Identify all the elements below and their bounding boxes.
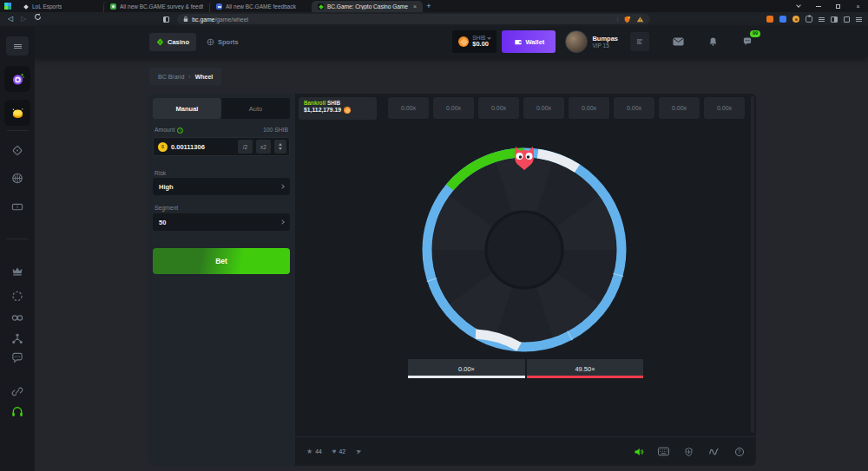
share-icon[interactable]: ➤ (355, 447, 363, 456)
recent-multiplier[interactable]: 0.00x (388, 97, 429, 119)
chat-icon (742, 36, 753, 47)
password-shield-icon[interactable] (623, 16, 631, 23)
new-tab-button[interactable]: + (423, 1, 435, 12)
half-bet-button[interactable]: /2 (238, 140, 253, 154)
tab-title: LoL Esports (32, 3, 62, 10)
wheel (420, 146, 628, 354)
sidebar-item-affiliate[interactable] (11, 332, 24, 345)
sidebar-item-sports[interactable] (11, 172, 24, 185)
heart-icon[interactable]: ♥ (332, 448, 337, 455)
minimize-button[interactable] (808, 0, 828, 12)
amount-input[interactable]: $ 0.00111306 /2 x2 (153, 137, 290, 156)
warning-triangle-icon[interactable] (636, 16, 644, 23)
step-down-icon[interactable] (279, 147, 282, 150)
sidebar-item-bonus[interactable] (4, 100, 30, 126)
scrollbar[interactable] (751, 96, 754, 433)
recent-multiplier[interactable]: 0.00x (659, 97, 700, 119)
rank-button[interactable] (630, 32, 649, 51)
back-button[interactable]: ◁ (8, 12, 13, 26)
bet-button[interactable]: Bet (153, 248, 290, 274)
notifications-button[interactable] (707, 36, 719, 48)
dice-icon (11, 144, 24, 157)
bell-icon (708, 36, 718, 47)
reading-list-icon[interactable] (819, 17, 825, 22)
recent-multiplier[interactable]: 0.00x (523, 97, 564, 119)
restore-button[interactable] (828, 0, 848, 12)
info-icon[interactable]: i (177, 128, 183, 134)
favorites-stat[interactable]: ★ 44 (306, 448, 322, 455)
sidebar-item-refer[interactable] (11, 385, 24, 398)
currency-selector[interactable]: SHIB $0.00 (452, 30, 496, 53)
amount-label: Amounti (155, 127, 183, 134)
nav-sports-button[interactable]: Sports (200, 33, 246, 51)
user-info[interactable]: Bumpas VIP 15 (592, 35, 618, 49)
tab-manual[interactable]: Manual (153, 98, 221, 119)
url-path: /game/wheel (214, 16, 248, 23)
browser-menu-icon[interactable] (856, 17, 862, 22)
sidebar-item-support[interactable] (11, 405, 24, 418)
extension-fox-icon[interactable] (766, 16, 773, 23)
double-bet-button[interactable]: x2 (256, 140, 271, 154)
sidebar-item-vip[interactable] (11, 265, 24, 278)
fairness-button[interactable] (683, 446, 694, 457)
dashed-circle-icon (11, 290, 24, 303)
recent-multiplier[interactable]: 0.00x (704, 97, 745, 119)
amount-value[interactable]: 0.00111306 (171, 143, 234, 151)
wallet-button[interactable]: Wallet (502, 30, 556, 53)
avatar[interactable] (565, 30, 588, 53)
recent-multiplier[interactable]: 0.00x (614, 97, 654, 119)
downloads-icon[interactable] (844, 16, 850, 23)
help-button[interactable]: ? (733, 446, 745, 457)
messages-button[interactable] (672, 36, 684, 48)
segment-select[interactable]: 50 (153, 213, 290, 231)
nav-casino-button[interactable]: Casino (149, 33, 196, 51)
tab-bcgame-feedback[interactable]: All new BC.GAME feedback (209, 1, 312, 12)
star-icon[interactable]: ★ (306, 448, 312, 455)
amount-stepper[interactable] (274, 140, 286, 154)
sidebar-item-casino[interactable] (11, 144, 24, 157)
tab-title: BC.Game: Crypto Casino Games & (327, 3, 408, 10)
bet-panel: Manual Auto Amounti 100 SHIB $ 0.0011130… (148, 94, 295, 466)
sidebar-item-quests[interactable] (4, 66, 30, 92)
likes-stat[interactable]: ♥ 42 (332, 448, 345, 455)
sidebar-item-club[interactable] (11, 311, 24, 324)
speaker-icon (634, 447, 644, 457)
extension-orange-icon[interactable] (792, 16, 799, 23)
sidebar-item-lottery[interactable] (11, 200, 24, 213)
sound-button[interactable] (633, 446, 644, 457)
chat-button[interactable]: 99 (741, 36, 753, 48)
result-high-box[interactable]: 49.50× (527, 359, 643, 378)
balance-hint: 100 SHIB (263, 127, 288, 133)
recent-multiplier[interactable]: 0.00x (569, 97, 609, 119)
page-content: BC Brand › Wheel Manual Auto Amounti 100… (35, 57, 868, 471)
browser-tab-bar: LoL Esports All new BC.GAME survey & fee… (0, 0, 868, 12)
tab-lol-esports[interactable]: LoL Esports (16, 1, 103, 12)
tab-title: All new BC.GAME survey & feedback r (120, 3, 203, 10)
hotkeys-button[interactable] (658, 446, 669, 457)
address-bar[interactable]: bc.game /game/wheel | (177, 14, 650, 24)
breadcrumb-section[interactable]: BC Brand (158, 74, 184, 80)
extension-blue-icon[interactable] (779, 16, 786, 23)
step-up-icon[interactable] (279, 143, 282, 146)
sidebar-item-rewards[interactable] (11, 290, 24, 303)
result-low-box[interactable]: 0.00× (408, 359, 525, 378)
tab-auto[interactable]: Auto (221, 98, 290, 119)
side-panel-icon[interactable] (163, 16, 169, 23)
split-view-icon[interactable] (831, 16, 838, 23)
tab-bcgame-survey[interactable]: All new BC.GAME survey & feedback r (103, 1, 209, 12)
close-tab-icon[interactable]: × (413, 3, 417, 10)
chevron-right-icon (279, 184, 285, 189)
extensions-puzzle-icon[interactable] (806, 16, 812, 23)
browser-dropdown-icon[interactable] (788, 0, 808, 12)
sidebar-menu-button[interactable] (6, 36, 29, 56)
live-stats-button[interactable] (708, 446, 720, 457)
vip-level: VIP 15 (592, 43, 618, 49)
recent-multiplier[interactable]: 0.00x (478, 97, 519, 119)
sidebar-item-forum[interactable] (11, 351, 24, 364)
tab-bcgame-active[interactable]: BC.Game: Crypto Casino Games & × (312, 1, 423, 12)
recent-multiplier[interactable]: 0.00x (433, 97, 474, 119)
reload-button[interactable] (34, 12, 42, 26)
close-window-button[interactable]: × (848, 0, 868, 12)
coin-icon: $ (158, 142, 168, 152)
risk-select[interactable]: High (153, 178, 290, 195)
